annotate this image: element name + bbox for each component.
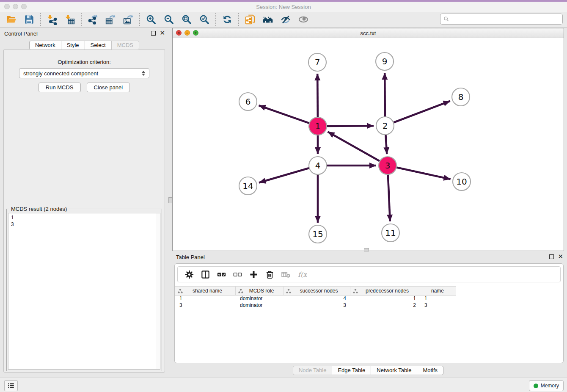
refresh-layout-button[interactable] — [221, 13, 234, 26]
network-view-window: ✕ − + scc.txt 7968124314101511 — [172, 28, 564, 251]
window-titlebar: Session: New Session — [0, 0, 567, 12]
column-header-MCDS-role[interactable]: MCDS role — [236, 287, 284, 295]
optimization-criterion-select[interactable]: strongly connected component — [19, 68, 149, 78]
close-panel-button[interactable]: Close panel — [87, 83, 130, 92]
control-tab-style[interactable]: Style — [61, 41, 85, 50]
table-cell[interactable]: dominator — [236, 295, 284, 302]
graph-node-14[interactable]: 14 — [239, 177, 257, 195]
control-tab-mcds[interactable]: MCDS — [111, 41, 139, 50]
edge-2-3[interactable] — [385, 133, 387, 154]
table-cell[interactable]: 3 — [420, 302, 456, 309]
add-column-button[interactable] — [247, 268, 260, 280]
column-header-successor-nodes[interactable]: successor nodes — [284, 287, 350, 295]
export-network-button[interactable] — [86, 13, 99, 26]
column-header-predecessor-nodes[interactable]: predecessor nodes — [350, 287, 420, 295]
show-graphics-button[interactable] — [297, 13, 310, 26]
graph-node-7[interactable]: 7 — [308, 53, 326, 71]
graph-node-8[interactable]: 8 — [452, 88, 470, 106]
toolbar-separator — [81, 13, 82, 26]
graph-node-15[interactable]: 15 — [309, 225, 327, 243]
edge-3-1[interactable] — [328, 132, 382, 162]
table-cell[interactable]: 1 — [350, 295, 420, 302]
search-field[interactable] — [440, 14, 563, 25]
toolbar-separator — [139, 13, 140, 26]
import-table-button[interactable] — [63, 13, 76, 26]
save-session-button[interactable] — [23, 13, 36, 26]
node-label-6: 6 — [245, 97, 251, 107]
tab-motifs[interactable]: Motifs — [417, 366, 443, 375]
column-header-label: name — [423, 288, 456, 294]
open-file-button[interactable] — [5, 13, 18, 26]
float-table-panel-icon[interactable] — [549, 254, 554, 259]
copy-network-icon — [245, 14, 256, 25]
column-header-shared-name[interactable]: shared name — [175, 287, 236, 295]
edge-2-8[interactable] — [392, 101, 450, 123]
home-view-button[interactable] — [261, 13, 274, 26]
delete-column-button[interactable] — [263, 268, 276, 280]
edge-4-14[interactable] — [259, 168, 311, 183]
export-table-button[interactable] — [104, 13, 117, 26]
table-cell[interactable]: 3 — [175, 302, 236, 309]
edge-3-11[interactable] — [388, 173, 390, 221]
graph-node-1[interactable]: 1 — [309, 117, 327, 135]
export-image-button[interactable] — [122, 13, 135, 26]
vertical-splitter-handle[interactable] — [168, 197, 172, 203]
control-tab-network[interactable]: Network — [29, 41, 61, 50]
table-cell[interactable]: 3 — [284, 302, 350, 309]
table-cell[interactable]: dominator — [236, 302, 284, 309]
column-header-label: successor nodes — [291, 288, 350, 294]
task-list-icon — [7, 382, 15, 389]
graph-node-3[interactable]: 3 — [379, 157, 396, 174]
graph-node-9[interactable]: 9 — [376, 52, 394, 70]
hide-graphics-button[interactable] — [279, 13, 292, 26]
refresh-layout-icon — [222, 14, 233, 25]
zoom-in-icon — [146, 14, 157, 25]
close-panel-icon[interactable]: ✕ — [160, 30, 165, 36]
graph-node-2[interactable]: 2 — [376, 117, 394, 135]
search-input[interactable] — [450, 15, 562, 23]
memory-button[interactable]: Memory — [529, 380, 564, 391]
split-columns-button[interactable] — [199, 268, 212, 280]
control-tab-select[interactable]: Select — [85, 41, 112, 50]
edge-3-10[interactable] — [395, 167, 451, 179]
tab-node-table[interactable]: Node Table — [293, 366, 333, 375]
table-toolbar: f(x) — [177, 266, 561, 282]
settings-gear-button[interactable] — [183, 268, 195, 280]
edge-2-9[interactable] — [385, 73, 385, 119]
graph-node-11[interactable]: 11 — [382, 224, 399, 242]
deselect-all-button[interactable] — [231, 268, 244, 280]
table-cell[interactable]: 1 — [420, 295, 456, 302]
edge-1-2[interactable] — [325, 126, 374, 126]
zoom-fit-button[interactable] — [180, 13, 193, 26]
copy-network-button[interactable] — [244, 13, 256, 26]
float-panel-icon[interactable] — [151, 31, 156, 36]
graph-node-6[interactable]: 6 — [239, 93, 257, 110]
column-header-name[interactable]: name — [420, 287, 456, 295]
zoom-out-button[interactable] — [162, 13, 175, 26]
table-cell[interactable]: 4 — [284, 295, 350, 302]
table-cell[interactable]: 2 — [350, 302, 420, 309]
import-network-button[interactable] — [46, 13, 58, 26]
table-cell[interactable]: 1 — [175, 295, 236, 302]
table-row[interactable]: 3dominator323 — [175, 302, 456, 309]
close-table-panel-icon[interactable]: ✕ — [558, 254, 563, 259]
network-graph-canvas[interactable]: 7968124314101511 — [173, 38, 564, 251]
result-scrollbar[interactable] — [156, 213, 160, 369]
table-row[interactable]: 1dominator411 — [175, 295, 456, 302]
horizontal-splitter-handle[interactable] — [364, 248, 369, 251]
run-mcds-button[interactable]: Run MCDS — [39, 83, 81, 92]
mcds-result-list[interactable]: 1 3 — [8, 213, 160, 370]
table-tabs: Node TableEdge TableNetwork TableMotifs — [172, 366, 564, 375]
tab-edge-table[interactable]: Edge Table — [332, 366, 371, 375]
select-all-button[interactable] — [215, 268, 228, 280]
graph-node-10[interactable]: 10 — [453, 173, 471, 190]
task-history-button[interactable] — [4, 380, 18, 391]
zoom-selected-button[interactable] — [198, 13, 211, 26]
zoom-in-button[interactable] — [145, 13, 157, 26]
toolbar-separator — [215, 13, 216, 26]
graph-node-4[interactable]: 4 — [309, 157, 327, 174]
edge-1-6[interactable] — [259, 105, 311, 124]
tab-network-table[interactable]: Network Table — [371, 366, 417, 375]
edge-1-7[interactable] — [317, 74, 318, 119]
table-header-row: shared nameMCDS rolesuccessor nodesprede… — [175, 286, 456, 295]
